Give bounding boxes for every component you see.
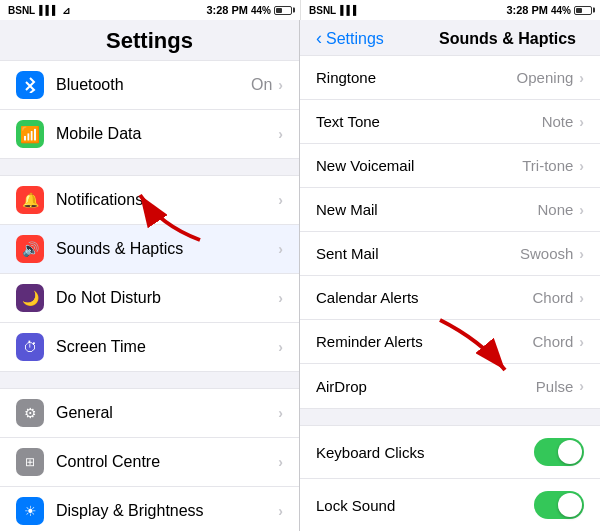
settings-group-1: Bluetooth On › 📶 Mobile Data › xyxy=(0,60,299,159)
right-battery-icon xyxy=(574,6,592,15)
lock-sound-toggle[interactable] xyxy=(534,491,584,519)
mobile-data-label: Mobile Data xyxy=(56,125,278,143)
notifications-chevron: › xyxy=(278,192,283,208)
left-wifi-icon: ⊿ xyxy=(62,5,70,16)
settings-item-mobile-data[interactable]: 📶 Mobile Data › xyxy=(0,110,299,159)
right-signal-icon: ▌▌▌ xyxy=(340,5,359,15)
left-battery-pct: 44% xyxy=(251,5,271,16)
new-mail-label: New Mail xyxy=(316,201,537,218)
bluetooth-icon xyxy=(16,71,44,99)
display-brightness-chevron: › xyxy=(278,503,283,519)
control-centre-icon: ⊞ xyxy=(16,448,44,476)
sounds-item-sent-mail[interactable]: Sent Mail Swoosh › xyxy=(300,232,600,276)
display-brightness-label: Display & Brightness xyxy=(56,502,278,520)
left-time: 3:28 PM xyxy=(206,4,248,16)
general-icon: ⚙ xyxy=(16,399,44,427)
bluetooth-value: On xyxy=(251,76,272,94)
sounds-item-lock-sound[interactable]: Lock Sound xyxy=(300,479,600,531)
general-label: General xyxy=(56,404,278,422)
do-not-disturb-label: Do Not Disturb xyxy=(56,289,278,307)
control-centre-chevron: › xyxy=(278,454,283,470)
settings-item-general[interactable]: ⚙ General › xyxy=(0,388,299,438)
text-tone-chevron: › xyxy=(579,114,584,130)
right-panel-title: Sounds & Haptics xyxy=(439,30,584,48)
annotation-arrow-right xyxy=(430,310,520,380)
airdrop-label: AirDrop xyxy=(316,378,536,395)
left-settings-panel: Settings Bluetooth On › xyxy=(0,20,300,531)
settings-item-bluetooth[interactable]: Bluetooth On › xyxy=(0,60,299,110)
right-time: 3:28 PM xyxy=(506,4,548,16)
new-voicemail-value: Tri-tone xyxy=(522,157,573,174)
calendar-alerts-chevron: › xyxy=(579,290,584,306)
text-tone-label: Text Tone xyxy=(316,113,542,130)
back-button[interactable]: Settings xyxy=(326,30,384,48)
left-battery-icon xyxy=(274,6,292,15)
control-centre-label: Control Centre xyxy=(56,453,278,471)
settings-item-do-not-disturb[interactable]: 🌙 Do Not Disturb › xyxy=(0,274,299,323)
text-tone-value: Note xyxy=(542,113,574,130)
mobile-data-icon: 📶 xyxy=(16,120,44,148)
sent-mail-label: Sent Mail xyxy=(316,245,520,262)
ringtone-value: Opening xyxy=(517,69,574,86)
sounds-item-keyboard-clicks[interactable]: Keyboard Clicks xyxy=(300,426,600,479)
do-not-disturb-chevron: › xyxy=(278,290,283,306)
bluetooth-chevron: › xyxy=(278,77,283,93)
display-brightness-icon: ☀ xyxy=(16,497,44,525)
right-sounds-panel: ‹ Settings Sounds & Haptics Ringtone Ope… xyxy=(300,20,600,531)
right-battery-pct: 44% xyxy=(551,5,571,16)
calendar-alerts-value: Chord xyxy=(532,289,573,306)
keyboard-clicks-toggle[interactable] xyxy=(534,438,584,466)
screen-time-label: Screen Time xyxy=(56,338,278,356)
general-chevron: › xyxy=(278,405,283,421)
mobile-data-chevron: › xyxy=(278,126,283,142)
right-carrier: BSNL xyxy=(309,5,336,16)
right-panel-header: ‹ Settings Sounds & Haptics xyxy=(300,20,600,55)
toggles-section: Keyboard Clicks Lock Sound xyxy=(300,425,600,531)
keyboard-clicks-knob xyxy=(558,440,582,464)
reminder-alerts-chevron: › xyxy=(579,334,584,350)
lock-sound-label: Lock Sound xyxy=(316,497,534,514)
new-mail-value: None xyxy=(537,201,573,218)
left-panel-title: Settings xyxy=(0,20,299,60)
new-voicemail-label: New Voicemail xyxy=(316,157,522,174)
keyboard-clicks-label: Keyboard Clicks xyxy=(316,444,534,461)
settings-list: Bluetooth On › 📶 Mobile Data › 🔔 xyxy=(0,60,299,531)
screen-time-chevron: › xyxy=(278,339,283,355)
sounds-haptics-chevron: › xyxy=(278,241,283,257)
settings-item-display-brightness[interactable]: ☀ Display & Brightness › xyxy=(0,487,299,531)
back-chevron-icon[interactable]: ‹ xyxy=(316,28,322,49)
left-signal-icon: ▌▌▌ xyxy=(39,5,58,15)
left-carrier: BSNL xyxy=(8,5,35,16)
sounds-item-text-tone[interactable]: Text Tone Note › xyxy=(300,100,600,144)
settings-group-3: ⚙ General › ⊞ Control Centre › ☀ Display… xyxy=(0,388,299,531)
new-voicemail-chevron: › xyxy=(579,158,584,174)
annotation-arrow-left xyxy=(130,185,210,245)
sent-mail-chevron: › xyxy=(579,246,584,262)
sent-mail-value: Swoosh xyxy=(520,245,573,262)
bluetooth-label: Bluetooth xyxy=(56,76,251,94)
reminder-alerts-value: Chord xyxy=(532,333,573,350)
airdrop-chevron: › xyxy=(579,378,584,394)
do-not-disturb-icon: 🌙 xyxy=(16,284,44,312)
sounds-item-new-voicemail[interactable]: New Voicemail Tri-tone › xyxy=(300,144,600,188)
settings-item-control-centre[interactable]: ⊞ Control Centre › xyxy=(0,438,299,487)
lock-sound-knob xyxy=(558,493,582,517)
calendar-alerts-label: Calendar Alerts xyxy=(316,289,532,306)
ringtone-chevron: › xyxy=(579,70,584,86)
sounds-haptics-icon: 🔊 xyxy=(16,235,44,263)
airdrop-value: Pulse xyxy=(536,378,574,395)
settings-item-screen-time[interactable]: ⏱ Screen Time › xyxy=(0,323,299,372)
left-status-bar: BSNL ▌▌▌ ⊿ 3:28 PM 44% xyxy=(0,0,300,20)
sounds-list: Ringtone Opening › Text Tone Note › New … xyxy=(300,55,600,531)
right-status-bar: BSNL ▌▌▌ 3:28 PM 44% xyxy=(300,0,600,20)
new-mail-chevron: › xyxy=(579,202,584,218)
screen-time-icon: ⏱ xyxy=(16,333,44,361)
sounds-item-ringtone[interactable]: Ringtone Opening › xyxy=(300,56,600,100)
sounds-item-new-mail[interactable]: New Mail None › xyxy=(300,188,600,232)
notifications-icon: 🔔 xyxy=(16,186,44,214)
ringtone-label: Ringtone xyxy=(316,69,517,86)
